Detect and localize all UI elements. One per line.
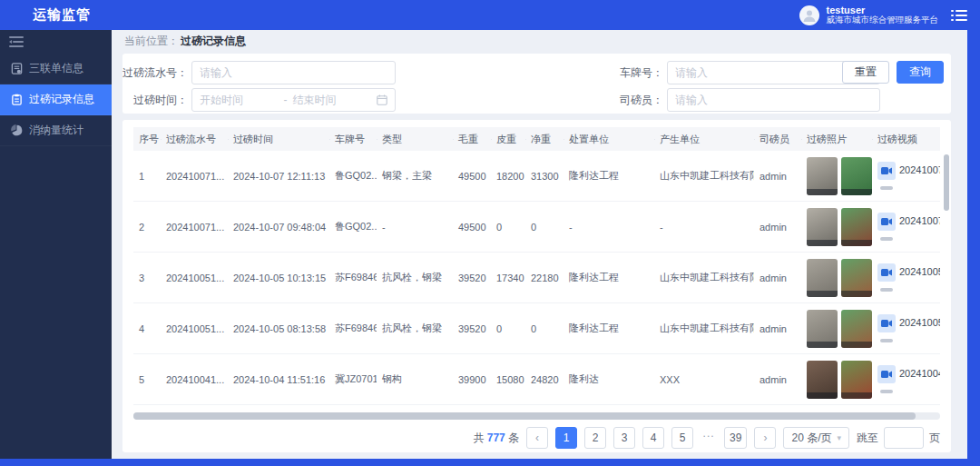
weighing-photo-thumbnail[interactable] — [841, 259, 872, 297]
cell-disposal: 隆利达 — [564, 372, 654, 386]
weighing-photo-thumbnail[interactable] — [841, 208, 872, 246]
sidebar-collapse-button[interactable] — [0, 30, 112, 54]
weighing-photo-thumbnail[interactable] — [841, 157, 872, 195]
serial-filter-input[interactable] — [191, 61, 396, 84]
video-duration-dash — [880, 186, 893, 190]
vertical-scrollbar[interactable] — [944, 154, 949, 211]
sidebar-item-label: 三联单信息 — [29, 61, 83, 76]
photo-caption-strip — [841, 342, 872, 348]
weighing-video-link[interactable]: 20241005 — [899, 317, 940, 328]
page-size-select[interactable]: 20 条/页 ▾ — [783, 427, 849, 449]
table-row: 5202410041...2024-10-04 11:51:16冀JZ0701钢… — [133, 354, 940, 405]
breadcrumb-current: 过磅记录信息 — [181, 34, 246, 49]
weigher-filter-input[interactable] — [667, 88, 880, 112]
horizontal-scrollbar-track — [133, 412, 940, 420]
column-header: 净重 — [525, 133, 564, 146]
cell-video: 20241007 — [872, 213, 940, 241]
time-range-picker[interactable]: 开始时间 - 结束时间 — [191, 88, 396, 112]
user-info[interactable]: testuser 威海市城市综合管理服务平台 — [827, 5, 939, 26]
table-row: 3202410051...2024-10-05 10:13:15苏F69846抗… — [133, 253, 940, 303]
weighing-video-link[interactable]: 20241004 — [899, 368, 940, 379]
calendar-icon — [377, 94, 387, 105]
header-menu-icon[interactable] — [951, 9, 967, 22]
pagination-page-2[interactable]: 2 — [584, 427, 606, 449]
sidebar: 三联单信息 过磅记录信息 消纳量统计 — [0, 30, 112, 459]
user-avatar[interactable] — [799, 5, 819, 25]
jump-to-page-input[interactable] — [884, 427, 924, 449]
cell-net: 31300 — [525, 171, 564, 182]
column-header: 处置单位 — [564, 133, 654, 146]
column-header: 过磅时间 — [228, 133, 329, 146]
video-file-icon[interactable] — [877, 162, 896, 180]
sidebar-item-label: 消纳量统计 — [29, 123, 83, 138]
cell-plate: 鲁GQ02... — [329, 169, 377, 183]
photo-caption-strip — [807, 240, 838, 246]
jump-to-label: 跳至 — [857, 431, 878, 446]
video-file-icon[interactable] — [877, 213, 896, 231]
app-title: 运输监管 — [33, 6, 91, 24]
cell-serial: 202410051... — [161, 323, 228, 334]
video-duration-dash — [880, 339, 893, 342]
reset-button[interactable]: 重置 — [842, 61, 889, 84]
column-header: 过磅视频 — [872, 133, 940, 146]
cell-video: 20241004 — [872, 365, 940, 393]
pagination-page-4[interactable]: 4 — [642, 427, 664, 449]
photo-caption-strip — [841, 291, 872, 297]
list-menu-icon — [951, 9, 967, 22]
top-header: 运输监管 testuser 威海市城市综合管理服务平台 — [0, 0, 980, 30]
cell-net: 0 — [525, 323, 564, 334]
weighing-photo-thumbnail[interactable] — [807, 361, 838, 399]
cell-gross: 39900 — [453, 374, 491, 385]
column-header: 过磅照片 — [801, 133, 872, 146]
cell-no: 4 — [133, 323, 161, 334]
cell-photos — [801, 259, 872, 297]
weighing-video-link[interactable]: 20241007 — [899, 215, 940, 226]
video-file-icon[interactable] — [877, 263, 896, 282]
cell-video: 20241007 — [872, 162, 940, 190]
cell-type: 抗风栓，钢梁 — [377, 271, 453, 284]
weighing-photo-thumbnail[interactable] — [841, 310, 872, 348]
cell-serial: 202410071... — [161, 171, 228, 182]
cell-no: 5 — [133, 374, 161, 385]
weighing-photo-thumbnail[interactable] — [807, 259, 838, 297]
chevron-down-icon: ▾ — [837, 433, 841, 442]
weighing-photo-thumbnail[interactable] — [807, 208, 838, 246]
video-file-icon[interactable] — [877, 365, 896, 383]
sidebar-item-weighing-records[interactable]: 过磅记录信息 — [0, 84, 112, 115]
sidebar-item-consumption-stats[interactable]: 消纳量统计 — [0, 115, 112, 146]
pagination-prev-button[interactable]: ‹ — [526, 427, 548, 449]
column-header: 车牌号 — [329, 133, 377, 146]
column-header: 毛重 — [453, 133, 491, 146]
query-button[interactable]: 查询 — [897, 61, 944, 84]
table-body: 1202410071...2024-10-07 12:11:13鲁GQ02...… — [133, 151, 940, 411]
cell-weigher: admin — [754, 323, 801, 334]
sidebar-item-triple-form[interactable]: 三联单信息 — [0, 54, 112, 84]
person-icon — [802, 8, 817, 23]
cell-no: 3 — [133, 273, 161, 283]
cell-gross: 49500 — [453, 171, 491, 182]
photo-caption-strip — [807, 189, 838, 195]
horizontal-scrollbar[interactable] — [133, 412, 916, 420]
cell-producer: - — [654, 222, 754, 233]
pagination-page-5[interactable]: 5 — [671, 427, 693, 449]
pagination-next-button[interactable]: › — [754, 427, 776, 449]
cell-disposal: 隆利达工程 — [564, 322, 654, 335]
time-filter-label: 过磅时间： — [122, 93, 188, 108]
weighing-photo-thumbnail[interactable] — [841, 361, 872, 399]
cell-no: 2 — [133, 222, 161, 233]
weighing-video-link[interactable]: 20241007 — [899, 164, 940, 175]
app-window: 运输监管 testuser 威海市城市综合管理服务平台 — [0, 0, 980, 466]
pagination-page-3[interactable]: 3 — [613, 427, 635, 449]
weighing-photo-thumbnail[interactable] — [807, 157, 838, 195]
cell-plate: 冀JZ0701 — [329, 372, 377, 386]
cell-time: 2024-10-07 12:11:13 — [228, 171, 329, 182]
video-file-icon[interactable] — [877, 314, 896, 332]
date-range-separator: - — [284, 94, 288, 106]
video-duration-dash — [880, 288, 893, 292]
pagination-page-39[interactable]: 39 — [724, 427, 747, 449]
weighing-video-link[interactable]: 20241005 — [899, 266, 940, 277]
pagination-total: 共 777 条 — [473, 431, 519, 446]
pagination-page-1[interactable]: 1 — [555, 427, 577, 449]
weighing-photo-thumbnail[interactable] — [807, 310, 838, 348]
cell-serial: 202410071... — [161, 222, 228, 233]
